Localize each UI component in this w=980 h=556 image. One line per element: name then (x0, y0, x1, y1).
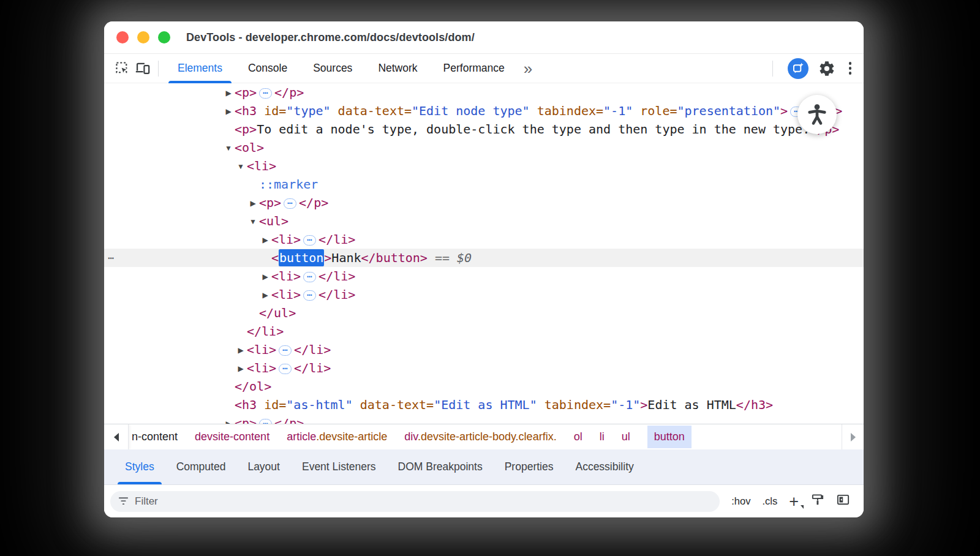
dom-tree-row[interactable]: ▶<p>⋯</p> (104, 414, 864, 424)
rendering-emulation-icon[interactable] (810, 493, 824, 509)
dom-tree-row[interactable]: </ol> (104, 377, 864, 396)
panel-tab-event-listeners[interactable]: Event Listeners (291, 449, 387, 484)
toggle-device-toolbar-icon[interactable] (132, 59, 152, 78)
breadcrumb-item[interactable]: div.devsite-article-body.clearfix. (404, 430, 556, 443)
breadcrumb-scroll-right-button[interactable] (842, 424, 864, 449)
window-title: DevTools - developer.chrome.com/docs/dev… (186, 31, 475, 44)
styles-filter-row: :hov .cls + (104, 485, 864, 517)
code-token: </ol> (235, 379, 271, 394)
tab-network[interactable]: Network (365, 54, 430, 83)
dom-tree-row[interactable]: ▶<li>⋯</li> (104, 340, 864, 359)
element-classes-button[interactable]: .cls (762, 495, 777, 507)
dom-tree-row[interactable]: ::marker (104, 175, 864, 193)
breadcrumb-item[interactable]: ul (622, 430, 630, 443)
breadcrumb-scroll-left-button[interactable] (104, 424, 129, 449)
dom-tree-row[interactable]: ▼<ul> (104, 212, 864, 230)
expand-arrow-right-icon[interactable]: ▶ (260, 268, 270, 286)
expand-arrow-right-icon[interactable]: ▶ (224, 84, 233, 102)
collapsed-children-ellipsis-button[interactable]: ⋯ (259, 88, 272, 99)
plus-icon: + (789, 495, 799, 508)
dom-tree-row[interactable]: ▶<p>⋯</p> (104, 193, 864, 212)
code-token: id= (257, 397, 286, 412)
devtools-tabs: ElementsConsoleSourcesNetworkPerformance (165, 54, 518, 83)
code-token: "Edit as HTML" (434, 397, 537, 412)
collapsed-children-ellipsis-button[interactable]: ⋯ (303, 290, 316, 301)
panel-tab-styles[interactable]: Styles (114, 449, 165, 484)
expand-arrow-right-icon[interactable]: ▶ (224, 415, 233, 424)
minimize-window-icon[interactable] (137, 31, 149, 43)
row-more-actions-icon[interactable]: ⋯ (108, 249, 115, 267)
inspect-element-icon[interactable] (113, 59, 132, 78)
breadcrumb-bar: n-contentdevsite-contentarticle.devsite-… (104, 424, 864, 449)
expand-arrow-down-icon[interactable]: ▼ (248, 212, 258, 231)
expand-arrow-right-icon[interactable]: ▶ (236, 341, 246, 359)
more-tabs-chevron-icon[interactable]: » (518, 55, 538, 82)
dom-tree-row[interactable]: </ul> (104, 304, 864, 322)
accessibility-person-icon[interactable] (797, 95, 837, 134)
code-token: "-1" (603, 103, 633, 118)
panel-tab-dom-breakpoints[interactable]: DOM Breakpoints (387, 449, 494, 484)
code-token: <ul> (259, 214, 288, 228)
title-bar: DevTools - developer.chrome.com/docs/dev… (104, 21, 864, 54)
panel-tab-layout[interactable]: Layout (236, 449, 291, 484)
panel-tab-accessibility[interactable]: Accessibility (564, 449, 644, 484)
breadcrumb-item[interactable]: button (647, 426, 692, 448)
ai-assistance-icon[interactable] (788, 58, 809, 79)
collapsed-children-ellipsis-button[interactable]: ⋯ (279, 345, 292, 356)
code-token: tabindex= (537, 397, 611, 412)
expand-arrow-down-icon[interactable]: ▼ (224, 139, 233, 157)
expand-arrow-right-icon[interactable]: ▶ (260, 231, 270, 249)
dom-tree-row[interactable]: ▶<li>⋯</li> (104, 230, 864, 249)
dom-tree-row[interactable]: <h3 id="as-html" data-text="Edit as HTML… (104, 396, 864, 414)
toggle-element-state-button[interactable]: :hov (731, 495, 750, 507)
code-token: <li> (271, 287, 301, 302)
dom-tree-row[interactable]: </li> (104, 322, 864, 340)
dom-tree-row[interactable]: ⋯<button>Hank</button> == $0 (104, 249, 864, 267)
styles-filter-field[interactable] (110, 491, 720, 512)
tab-console[interactable]: Console (235, 54, 300, 83)
dom-tree-row[interactable]: ▶<p>⋯</p> (104, 83, 864, 102)
expand-arrow-right-icon[interactable]: ▶ (248, 194, 258, 212)
panel-tab-computed[interactable]: Computed (165, 449, 237, 484)
collapsed-children-ellipsis-button[interactable]: ⋯ (259, 419, 272, 424)
code-token: <p> (235, 85, 257, 100)
close-window-icon[interactable] (116, 31, 129, 43)
collapsed-children-ellipsis-button[interactable]: ⋯ (303, 235, 316, 246)
dom-tree-row[interactable]: ▶<h3 id="type" data-text="Edit node type… (104, 102, 864, 120)
new-style-rule-button[interactable]: + (789, 495, 799, 508)
code-token: ::marker (259, 177, 318, 192)
breadcrumb-item[interactable]: li (600, 430, 605, 443)
breadcrumb-item[interactable]: devsite-content (195, 430, 270, 443)
code-token: "as-html" (286, 397, 352, 412)
expand-arrow-right-icon[interactable]: ▶ (260, 286, 270, 304)
collapsed-children-ellipsis-button[interactable]: ⋯ (303, 272, 316, 282)
dom-tree-row[interactable]: ▼<ol> (104, 138, 864, 157)
styles-filter-input[interactable] (135, 495, 712, 508)
code-token: data-text= (353, 397, 434, 412)
breadcrumb-item[interactable]: article.devsite-article (287, 430, 387, 443)
dom-tree-row[interactable]: ▼<li> (104, 157, 864, 175)
expand-arrow-down-icon[interactable]: ▼ (236, 157, 246, 176)
collapsed-children-ellipsis-button[interactable]: ⋯ (279, 364, 292, 374)
expand-arrow-right-icon[interactable]: ▶ (236, 359, 246, 378)
toggle-sidebar-icon[interactable] (836, 493, 850, 509)
code-token: Edit as HTML (647, 397, 736, 412)
breadcrumb-item[interactable]: ol (574, 430, 582, 443)
settings-gear-icon[interactable] (817, 59, 837, 78)
breadcrumb-item[interactable]: n-content (132, 430, 178, 443)
maximize-window-icon[interactable] (158, 31, 170, 43)
more-options-kebab-icon[interactable] (845, 62, 856, 75)
tab-performance[interactable]: Performance (431, 54, 518, 83)
collapsed-children-ellipsis-button[interactable]: ⋯ (284, 198, 296, 209)
dom-tree-row[interactable]: ▶<li>⋯</li> (104, 285, 864, 304)
code-token: tabindex= (530, 103, 603, 118)
tab-sources[interactable]: Sources (300, 54, 365, 83)
toolbar-divider (158, 61, 159, 77)
expand-arrow-right-icon[interactable]: ▶ (224, 102, 233, 121)
tab-elements[interactable]: Elements (165, 54, 235, 83)
dom-tree-row[interactable]: ▶<li>⋯</li> (104, 359, 864, 377)
code-token: </h3> (736, 397, 773, 412)
dom-tree-row[interactable]: <p>To edit a node's type, double-click t… (104, 120, 864, 138)
panel-tab-properties[interactable]: Properties (494, 449, 565, 484)
dom-tree-row[interactable]: ▶<li>⋯</li> (104, 267, 864, 285)
